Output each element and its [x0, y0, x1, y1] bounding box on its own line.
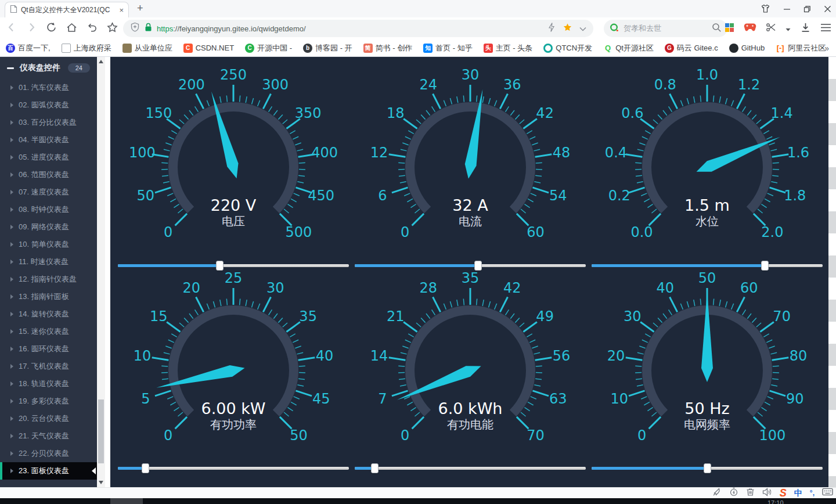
- expand-triangle-icon[interactable]: [10, 138, 13, 142]
- forward-icon[interactable]: [26, 21, 37, 35]
- chevron-down-icon[interactable]: [579, 23, 586, 34]
- expand-triangle-icon[interactable]: [10, 207, 13, 212]
- expand-triangle-icon[interactable]: [10, 347, 13, 351]
- sidebar-item-23[interactable]: 23. 面板仪表盘: [0, 462, 97, 480]
- sidebar-item-09[interactable]: 09. 网络仪表盘: [0, 218, 97, 236]
- sidebar-item-04[interactable]: 04. 半圆仪表盘: [0, 131, 97, 149]
- sidebar-header[interactable]: 仪表盘控件 24: [0, 57, 97, 79]
- expand-triangle-icon[interactable]: [10, 381, 13, 386]
- bookmark-item[interactable]: QTCN开发: [543, 43, 592, 53]
- ime-punctuation-toggle[interactable]: °,: [810, 489, 815, 496]
- expand-triangle-icon[interactable]: [10, 329, 13, 334]
- expand-triangle-icon[interactable]: [10, 172, 13, 177]
- slider-track[interactable]: [355, 467, 586, 470]
- refresh-icon[interactable]: [45, 21, 57, 36]
- new-tab-button[interactable]: +: [137, 2, 143, 15]
- menu-icon[interactable]: [820, 23, 831, 34]
- slider-handle[interactable]: [371, 463, 379, 473]
- expand-triangle-icon[interactable]: [10, 260, 13, 264]
- bookmark-item[interactable]: 简简书 - 创作: [363, 43, 413, 53]
- sidebar-item-07[interactable]: 07. 速度仪表盘: [0, 183, 97, 201]
- bookmark-item[interactable]: G码云 Gitee.c: [665, 43, 718, 53]
- expand-triangle-icon[interactable]: [10, 399, 13, 404]
- search-input[interactable]: 贺孝和去世: [624, 23, 707, 34]
- lightning-icon[interactable]: [547, 22, 556, 35]
- bookmark-item[interactable]: 从业单位应: [122, 43, 172, 53]
- sogou-input-icon[interactable]: S: [780, 488, 787, 498]
- bookmark-item[interactable]: 上海政府采: [62, 43, 111, 53]
- bookmarked-star-icon[interactable]: [563, 23, 572, 35]
- search-icon[interactable]: [712, 23, 722, 35]
- bookmarks-overflow-icon[interactable]: »: [824, 44, 829, 53]
- restore-button[interactable]: [803, 5, 811, 13]
- browser-tab[interactable]: Qt自定义控件大全V2021(QC ×: [5, 2, 129, 18]
- expand-triangle-icon[interactable]: [10, 120, 13, 125]
- download-icon[interactable]: [800, 22, 811, 35]
- minimize-button[interactable]: [783, 5, 791, 13]
- scissors-caret-icon[interactable]: [785, 23, 791, 34]
- sidebar-item-22[interactable]: 22. 分贝仪表盘: [0, 445, 97, 462]
- expand-triangle-icon[interactable]: [10, 416, 13, 421]
- scroll-up-icon[interactable]: [99, 60, 103, 63]
- bookmark-item[interactable]: 头主页 - 头条: [484, 43, 533, 53]
- url-text[interactable]: https://feiyangqingyun.gitee.io/qwidgetd…: [157, 24, 306, 33]
- speaker-icon[interactable]: [762, 488, 772, 499]
- slider-handle[interactable]: [142, 463, 149, 473]
- sidebar-item-10[interactable]: 10. 简单仪表盘: [0, 236, 97, 253]
- expand-triangle-icon[interactable]: [10, 242, 13, 247]
- undo-icon[interactable]: [86, 21, 98, 36]
- sidebar-scroll-thumb[interactable]: [98, 399, 104, 463]
- expand-triangle-icon[interactable]: [10, 451, 13, 456]
- sidebar-item-17[interactable]: 17. 飞机仪表盘: [0, 358, 97, 375]
- slider-active-energy[interactable]: [355, 463, 586, 473]
- sidebar-item-03[interactable]: 03. 百分比仪表盘: [0, 114, 97, 131]
- sidebar-item-11[interactable]: 11. 时速仪表盘: [0, 253, 97, 271]
- search-box[interactable]: 贺孝和去世: [604, 20, 727, 37]
- close-button[interactable]: [824, 5, 831, 13]
- ime-language-toggle[interactable]: 中: [794, 489, 802, 497]
- bookmark-item[interactable]: [-]阿里云社区: [776, 43, 826, 53]
- games-icon[interactable]: [744, 23, 756, 34]
- sidebar-item-01[interactable]: 01. 汽车仪表盘: [0, 79, 97, 96]
- sidebar-item-18[interactable]: 18. 轨道仪表盘: [0, 375, 97, 393]
- skin-icon[interactable]: [761, 4, 770, 13]
- expand-triangle-icon[interactable]: [10, 364, 13, 369]
- bookmark-item[interactable]: 百百度一下,: [6, 43, 51, 53]
- slider-fill[interactable]: [592, 467, 707, 470]
- lock-icon[interactable]: [145, 23, 152, 34]
- expand-triangle-icon[interactable]: [10, 225, 13, 229]
- scroll-down-icon[interactable]: [99, 481, 103, 484]
- bookmark-item[interactable]: C开源中国 -: [245, 43, 292, 53]
- sidebar-item-05[interactable]: 05. 进度仪表盘: [0, 149, 97, 166]
- bookmark-item[interactable]: 知首页 - 知乎: [423, 43, 473, 53]
- sidebar-item-19[interactable]: 19. 多彩仪表盘: [0, 393, 97, 410]
- slider-active-power[interactable]: [118, 463, 349, 473]
- sidebar-item-06[interactable]: 06. 范围仪表盘: [0, 166, 97, 183]
- bookmark-item[interactable]: b博客园 - 开: [303, 43, 352, 53]
- taskbar-app-segment[interactable]: [110, 498, 143, 504]
- expand-triangle-icon[interactable]: [10, 85, 13, 90]
- sidebar-item-16[interactable]: 16. 圆环仪表盘: [0, 340, 97, 358]
- favorites-star-icon[interactable]: [106, 21, 118, 36]
- sidebar-scrollbar[interactable]: [97, 57, 105, 487]
- sidebar-item-15[interactable]: 15. 迷你仪表盘: [0, 323, 97, 340]
- address-bar[interactable]: https://feiyangqingyun.gitee.io/qwidgetd…: [123, 20, 593, 37]
- expand-triangle-icon[interactable]: [10, 434, 13, 438]
- collapse-minus-icon[interactable]: [7, 67, 14, 69]
- expand-triangle-icon[interactable]: [10, 103, 13, 107]
- home-icon[interactable]: [66, 21, 78, 36]
- sidebar-item-08[interactable]: 08. 时钟仪表盘: [0, 201, 97, 218]
- bookmark-item[interactable]: CCSDN.NET: [183, 44, 234, 53]
- keyboard-icon[interactable]: [822, 488, 833, 498]
- expand-triangle-icon[interactable]: [10, 277, 13, 282]
- back-icon[interactable]: [6, 21, 17, 35]
- speed-test-icon[interactable]: [729, 487, 738, 499]
- bookmark-item[interactable]: GitHub: [729, 44, 765, 53]
- sidebar-item-13[interactable]: 13. 指南针面板: [0, 288, 97, 305]
- tab-close-icon[interactable]: ×: [119, 6, 124, 15]
- sidebar-item-14[interactable]: 14. 旋转仪表盘: [0, 305, 97, 323]
- apps-grid-icon[interactable]: [725, 23, 734, 35]
- sidebar-item-21[interactable]: 21. 天气仪表盘: [0, 427, 97, 445]
- expand-triangle-icon[interactable]: [10, 190, 13, 195]
- sidebar-item-20[interactable]: 20. 云台仪表盘: [0, 410, 97, 427]
